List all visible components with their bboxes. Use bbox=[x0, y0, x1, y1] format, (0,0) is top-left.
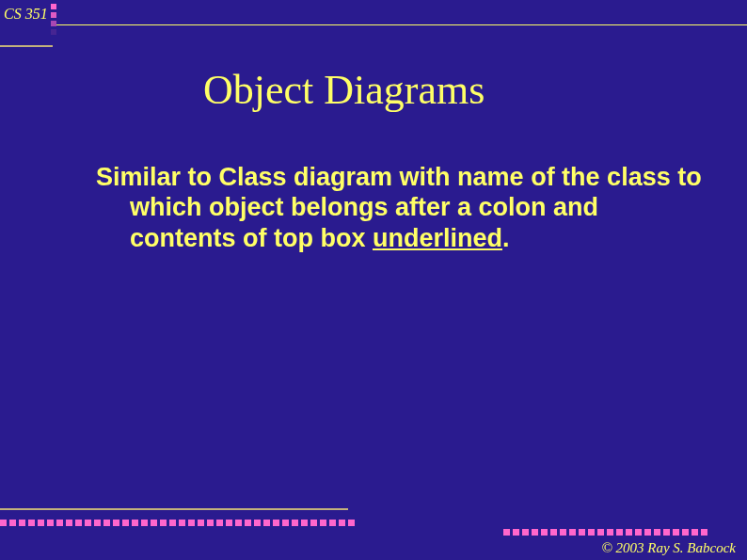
deco-square bbox=[103, 520, 110, 526]
deco-square bbox=[301, 520, 308, 526]
deco-square bbox=[635, 529, 642, 536]
body-suffix: . bbox=[502, 224, 510, 252]
tan-rule bbox=[0, 45, 53, 47]
deco-square bbox=[550, 529, 557, 536]
body-paragraph: Similar to Class diagram with name of th… bbox=[62, 162, 709, 253]
deco-square bbox=[179, 520, 185, 526]
deco-square bbox=[51, 29, 56, 35]
deco-square bbox=[51, 4, 56, 9]
deco-square bbox=[51, 21, 56, 26]
deco-square bbox=[691, 529, 698, 536]
title-bar: Object Diagrams bbox=[55, 42, 747, 136]
deco-square bbox=[654, 529, 660, 536]
deco-square bbox=[682, 529, 689, 536]
deco-square bbox=[282, 520, 289, 526]
deco-square bbox=[216, 520, 223, 526]
deco-square bbox=[0, 520, 7, 526]
deco-square bbox=[56, 520, 63, 526]
deco-square bbox=[532, 529, 538, 536]
deco-square bbox=[541, 529, 548, 536]
deco-bottom-row-right bbox=[503, 529, 707, 536]
deco-square bbox=[263, 520, 270, 526]
deco-square bbox=[113, 520, 119, 526]
deco-square bbox=[513, 529, 519, 536]
deco-square bbox=[503, 529, 510, 536]
deco-square bbox=[597, 529, 604, 536]
deco-square bbox=[626, 529, 632, 536]
slide-title: Object Diagrams bbox=[203, 66, 485, 114]
deco-square bbox=[122, 520, 129, 526]
deco-square bbox=[320, 520, 326, 526]
deco-square bbox=[245, 520, 251, 526]
deco-square bbox=[254, 520, 261, 526]
deco-top-squares bbox=[51, 4, 56, 35]
deco-square bbox=[198, 520, 204, 526]
course-code-label: CS 351 bbox=[4, 6, 48, 23]
deco-square bbox=[560, 529, 566, 536]
deco-square bbox=[132, 520, 138, 526]
deco-square bbox=[94, 520, 101, 526]
deco-square bbox=[348, 520, 355, 526]
deco-square bbox=[75, 520, 82, 526]
deco-square bbox=[19, 520, 25, 526]
bottom-rule bbox=[0, 508, 348, 510]
deco-square bbox=[310, 520, 317, 526]
deco-square bbox=[701, 529, 707, 536]
body-underlined: underlined bbox=[373, 224, 502, 252]
deco-square bbox=[616, 529, 623, 536]
deco-square bbox=[66, 520, 72, 526]
deco-square bbox=[329, 520, 336, 526]
deco-square bbox=[207, 520, 214, 526]
copyright-label: © 2003 Ray S. Babcock bbox=[601, 540, 736, 556]
deco-square bbox=[9, 520, 16, 526]
deco-bottom-row-left bbox=[0, 520, 355, 526]
deco-square bbox=[85, 520, 91, 526]
deco-square bbox=[339, 520, 345, 526]
deco-square bbox=[226, 520, 232, 526]
deco-square bbox=[169, 520, 176, 526]
deco-square bbox=[588, 529, 595, 536]
deco-square bbox=[151, 520, 157, 526]
deco-square bbox=[38, 520, 44, 526]
deco-square bbox=[28, 520, 35, 526]
deco-square bbox=[673, 529, 679, 536]
top-rule bbox=[56, 24, 747, 25]
deco-square bbox=[51, 12, 56, 18]
deco-square bbox=[579, 529, 585, 536]
deco-square bbox=[273, 520, 279, 526]
slide-body: Similar to Class diagram with name of th… bbox=[62, 162, 709, 253]
deco-square bbox=[160, 520, 167, 526]
deco-square bbox=[569, 529, 576, 536]
deco-square bbox=[607, 529, 613, 536]
deco-square bbox=[235, 520, 242, 526]
deco-square bbox=[663, 529, 670, 536]
deco-square bbox=[644, 529, 651, 536]
deco-square bbox=[292, 520, 298, 526]
deco-square bbox=[188, 520, 195, 526]
deco-square bbox=[141, 520, 148, 526]
deco-square bbox=[522, 529, 529, 536]
deco-square bbox=[47, 520, 54, 526]
